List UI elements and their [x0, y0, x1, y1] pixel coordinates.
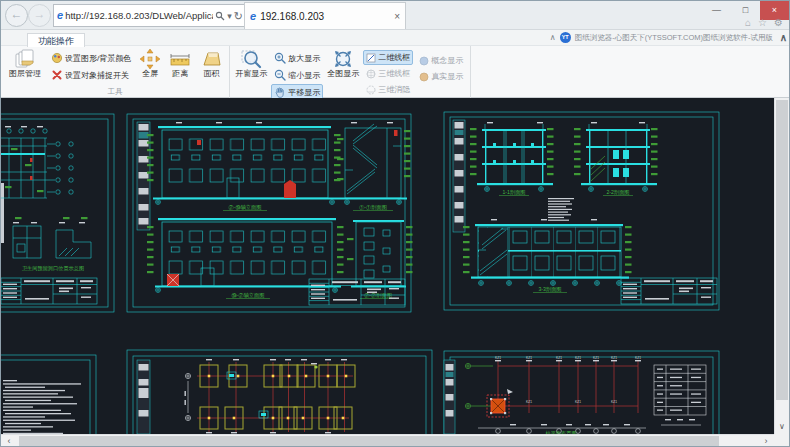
zoom-in-icon	[274, 52, 286, 64]
favorites-icon[interactable]: ☆	[758, 17, 767, 28]
url-text[interactable]: http://192.168.0.203/DLWeb/Application/Y…	[65, 10, 213, 21]
layer-manager-label: 图层管理	[9, 70, 41, 79]
ribbon-collapse-icon[interactable]: ∧	[780, 32, 787, 43]
set-bg-color-button[interactable]: 设置图形/背景颜色	[48, 50, 134, 66]
zoom-out-button[interactable]: 缩小显示	[271, 67, 323, 83]
distance-button[interactable]: 距离	[166, 47, 194, 80]
style-realistic-button[interactable]: 真实显示	[416, 69, 466, 84]
column-mark: KZ1	[495, 356, 501, 360]
layers-icon	[14, 48, 36, 70]
column-mark: KZ1	[575, 356, 581, 360]
chevron-up-icon[interactable]: ∧	[550, 33, 556, 42]
fit-view-button[interactable]: 全图显示	[326, 47, 360, 80]
back-icon: ←	[11, 7, 23, 21]
distance-label: 距离	[172, 70, 188, 79]
tab-title: 192.168.0.203	[260, 11, 390, 22]
fit-view-icon	[332, 48, 354, 70]
search-icon[interactable]	[215, 11, 225, 21]
realistic-sphere-icon	[419, 72, 429, 82]
style-3d-wireframe-label: 三维线框	[378, 68, 410, 79]
pan-hand-icon	[274, 86, 286, 98]
column-mark: KZ1	[593, 356, 599, 360]
scroll-down-icon: ∨	[779, 422, 785, 431]
area-shape-icon	[200, 48, 222, 70]
column-mark: KZ1	[611, 400, 617, 404]
home-icon[interactable]: ⌂	[745, 17, 751, 28]
drawing-canvas[interactable]: 卫生间预留洞口位置示意图	[1, 98, 774, 434]
window-zoom-icon	[240, 48, 262, 70]
address-bar[interactable]: e http://192.168.0.203/DLWeb/Application…	[53, 4, 247, 27]
ribbon-tab-row: 功能操作 ∧ YT 图纸浏览器-心图天下(YTSSOFT.COM)图纸浏览软件-…	[1, 30, 789, 46]
style-conceptual-button[interactable]: 概念显示	[416, 53, 466, 68]
horizontal-scroll-thumb[interactable]	[19, 436, 719, 447]
style-2d-wireframe-label: 二维线框	[378, 52, 410, 63]
browser-titlebar: ← → e http://192.168.0.203/DLWeb/Applica…	[1, 1, 789, 30]
tab-function-operations[interactable]: 功能操作	[27, 33, 85, 47]
area-label: 面积	[203, 70, 219, 79]
tab-close-icon[interactable]: ×	[394, 11, 400, 22]
dropdown-icon[interactable]: ▾	[227, 11, 232, 21]
style-3d-hidden-button[interactable]: 三维消隐	[363, 82, 413, 97]
vertical-scrollbar[interactable]: ∨	[774, 98, 789, 434]
hidden-3d-icon	[366, 85, 376, 95]
scroll-left-button[interactable]: ‹	[1, 435, 17, 447]
column-mark: KZ1	[611, 356, 617, 360]
settings-icon[interactable]: ⚙	[774, 17, 783, 28]
style-3d-hidden-label: 三维消隐	[378, 84, 410, 95]
brand-logo: YT	[560, 32, 571, 43]
zoom-in-label: 放大显示	[288, 53, 320, 64]
tools-group-label: 工具	[5, 87, 225, 98]
browser-window: ← → e http://192.168.0.203/DLWeb/Applica…	[0, 0, 790, 447]
elevation-a-label: ②-⑲轴立面图	[229, 204, 262, 211]
layer-manager-button[interactable]: 图层管理	[5, 47, 45, 80]
column-mark: KZ1	[526, 400, 532, 404]
conceptual-sphere-icon	[419, 56, 429, 66]
scrollbar-corner	[774, 434, 789, 447]
scroll-down-button[interactable]: ∨	[775, 420, 789, 434]
back-button[interactable]: ←	[5, 4, 28, 27]
minimize-button[interactable]: —	[702, 1, 731, 20]
elevation-b-label: ⑲-②轴立面图	[232, 292, 265, 299]
wireframe-3d-icon	[366, 69, 376, 79]
maximize-icon: □	[743, 5, 748, 15]
zoom-in-button[interactable]: 放大显示	[271, 50, 323, 66]
forward-icon: →	[34, 7, 46, 21]
set-osnap-button[interactable]: 设置对象捕捉开关	[48, 67, 134, 83]
elevation-a: ②-⑲轴立面图	[147, 122, 341, 211]
brand-text: 图纸浏览器-心图天下(YTSSOFT.COM)图纸浏览软件-试用版	[575, 33, 773, 43]
refresh-icon[interactable]: ↻	[234, 11, 243, 21]
left-sheet-note: 卫生间预留洞口位置示意图	[22, 265, 84, 272]
style-2d-wireframe-button[interactable]: 二维线框	[363, 50, 413, 65]
scroll-right-button[interactable]: ›	[758, 435, 774, 447]
minimize-icon: —	[712, 5, 721, 15]
brand-area: ∧ YT 图纸浏览器-心图天下(YTSSOFT.COM)图纸浏览软件-试用版	[550, 32, 773, 43]
area-button[interactable]: 面积	[197, 47, 225, 80]
horizontal-scrollbar[interactable]: ‹ ›	[1, 434, 774, 447]
window-zoom-button[interactable]: 开窗显示	[234, 47, 268, 80]
section-3-3-label: 3-3剖面图	[538, 286, 561, 293]
style-conceptual-label: 概念显示	[431, 55, 463, 66]
browser-tab[interactable]: e 192.168.0.203 ×	[244, 2, 406, 29]
elevation-b: ⑲-②轴立面图	[147, 218, 344, 299]
stair-section-label: ①-①剖面图	[359, 204, 387, 211]
window-zoom-label: 开窗显示	[235, 70, 267, 79]
ribbon: 功能操作 ∧ YT 图纸浏览器-心图天下(YTSSOFT.COM)图纸浏览软件-…	[1, 30, 789, 98]
zoom-out-label: 缩小显示	[288, 70, 320, 81]
section-1-1-label: 1-1剖面图	[502, 189, 525, 196]
ie-icon: e	[57, 10, 63, 21]
pan-label: 平移显示	[288, 87, 320, 98]
fullscreen-button[interactable]: 全屏	[137, 47, 163, 80]
fullscreen-icon	[139, 48, 161, 70]
style-3d-wireframe-button[interactable]: 三维线框	[363, 66, 413, 81]
tab-favicon: e	[250, 11, 256, 22]
color-palette-icon	[51, 52, 63, 64]
fullscreen-label: 全屏	[142, 70, 158, 79]
column-mark: KZ1	[526, 356, 532, 360]
forward-button[interactable]: →	[28, 4, 51, 27]
style-realistic-label: 真实显示	[431, 71, 463, 82]
column-mark: KZ1	[575, 400, 581, 404]
column-mark: KZ1	[556, 356, 562, 360]
vertical-scroll-thumb[interactable]	[776, 100, 788, 400]
fit-view-label: 全图显示	[327, 70, 359, 79]
ie-command-icons: ⌂ ☆ ⚙	[745, 17, 783, 28]
